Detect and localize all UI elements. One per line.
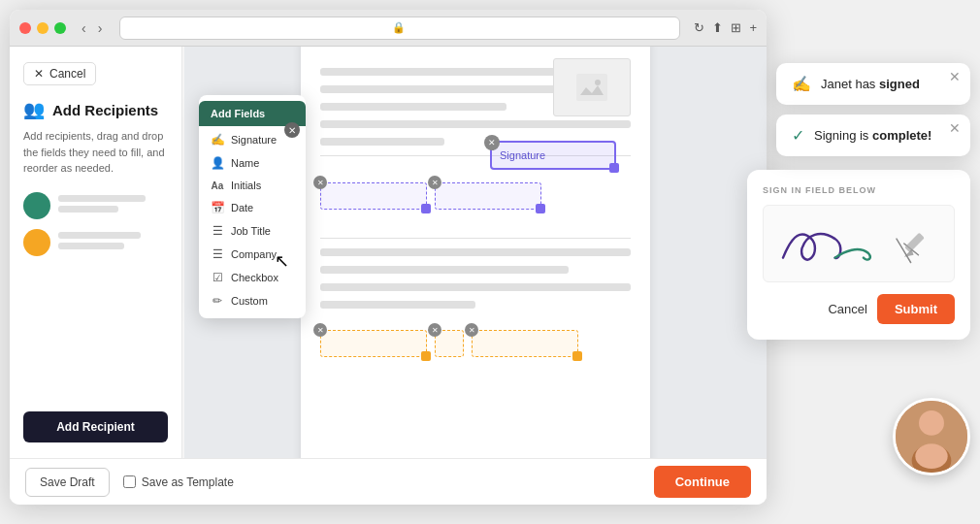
recipient-lines-1 xyxy=(58,195,168,216)
doc-orange-field-1[interactable]: ✕ xyxy=(320,330,427,357)
initials-icon: Aa xyxy=(211,180,224,191)
field-company[interactable]: ☰ Company xyxy=(199,243,306,266)
sig-resize-handle[interactable] xyxy=(609,163,619,173)
name-label: Name xyxy=(231,157,259,169)
doc-image-placeholder xyxy=(553,58,631,116)
field-custom[interactable]: ✏ Custom xyxy=(199,289,306,312)
bottom-bar: Save Draft Save as Template Continue xyxy=(10,458,767,505)
sign-canvas[interactable] xyxy=(763,205,955,282)
nav-buttons: ‹ › xyxy=(78,18,106,38)
notif-1-bold: signed xyxy=(879,77,920,91)
traffic-light-red[interactable] xyxy=(19,22,31,34)
svg-point-7 xyxy=(915,443,947,469)
orange-field-close-2[interactable]: ✕ xyxy=(428,323,441,337)
doc-line xyxy=(320,248,631,256)
jobtitle-label: Job Title xyxy=(231,225,271,237)
doc-line xyxy=(320,301,475,309)
user-avatar xyxy=(893,398,970,475)
traffic-lights xyxy=(19,22,66,34)
notif-1-close[interactable]: ✕ xyxy=(949,69,961,84)
panel-title: Add Recipients xyxy=(52,102,158,118)
signature-label: Signature xyxy=(231,134,277,146)
notif-2-plain: Signing is xyxy=(814,128,872,143)
save-template-label: Save as Template xyxy=(142,475,234,489)
doc-orange-field-3[interactable]: ✕ xyxy=(472,330,578,357)
recipient-lines-2 xyxy=(58,232,168,253)
save-template-row: Save as Template xyxy=(123,475,234,489)
doc-field-2[interactable]: ✕ xyxy=(435,182,541,210)
save-draft-button[interactable]: Save Draft xyxy=(25,468,110,497)
doc-orange-field-2[interactable]: ✕ xyxy=(435,330,464,357)
sig-close-icon[interactable]: ✕ xyxy=(484,135,500,150)
jobtitle-icon: ☰ xyxy=(211,224,224,238)
svg-rect-0 xyxy=(576,74,607,101)
add-fields-popup: Add Fields ✕ ✍ Signature 👤 Name Aa Initi… xyxy=(199,95,306,318)
doc-field-1[interactable]: ✕ xyxy=(320,182,427,210)
field-name[interactable]: 👤 Name xyxy=(199,151,306,175)
recipient-item-1 xyxy=(23,192,168,219)
sign-panel-label: SIGN IN FIELD BELOW xyxy=(763,185,955,195)
panel-title-row: 👥 Add Recipients xyxy=(23,99,168,120)
date-icon: 📅 xyxy=(211,201,224,214)
doc-line xyxy=(320,85,569,93)
notif-1-text: Janet has signed xyxy=(821,77,920,91)
add-tab-icon[interactable]: + xyxy=(749,20,757,35)
orange-field-handle-3[interactable] xyxy=(572,351,582,361)
field-date[interactable]: 📅 Date xyxy=(199,196,306,219)
forward-button[interactable]: › xyxy=(94,18,107,38)
notif-1-icon: ✍ xyxy=(792,75,811,93)
doc-line xyxy=(320,266,569,274)
cancel-button[interactable]: ✕ Cancel xyxy=(23,62,96,85)
date-label: Date xyxy=(231,202,253,213)
save-template-checkbox[interactable] xyxy=(123,475,136,488)
browser-window: ‹ › 🔒 ↻ ⬆ ⊞ + ✕ Cancel 👥 Add Recipients … xyxy=(10,10,767,505)
cancel-label: Cancel xyxy=(49,67,85,81)
signature-icon: ✍ xyxy=(211,133,224,147)
notif-2-close[interactable]: ✕ xyxy=(949,120,961,136)
add-recipient-button[interactable]: Add Recipient xyxy=(23,411,168,442)
reload-icon[interactable]: ↻ xyxy=(694,20,704,35)
sign-cancel-button[interactable]: Cancel xyxy=(828,302,866,316)
orange-field-close-1[interactable]: ✕ xyxy=(313,323,327,337)
notification-1: ✍ Janet has signed ✕ xyxy=(776,63,970,105)
browser-toolbar: ‹ › 🔒 ↻ ⬆ ⊞ + xyxy=(10,10,767,47)
recipient-name-line-2 xyxy=(58,232,141,239)
recipient-dot-1 xyxy=(23,192,50,219)
field-initials[interactable]: Aa Initials xyxy=(199,175,306,196)
doc-line xyxy=(320,283,631,291)
traffic-light-green[interactable] xyxy=(54,22,66,34)
recipient-dot-2 xyxy=(23,229,50,256)
svg-point-1 xyxy=(595,80,601,85)
traffic-light-yellow[interactable] xyxy=(37,22,49,34)
doc-signature-field[interactable]: ✕ Signature xyxy=(490,141,616,170)
sign-submit-button[interactable]: Submit xyxy=(877,294,955,324)
field-checkbox[interactable]: ☑ Checkbox xyxy=(199,266,306,289)
field-handle-2[interactable] xyxy=(536,204,545,213)
orange-field-handle-1[interactable] xyxy=(421,351,431,361)
document-page: ✕ Signature ✕ ✕ xyxy=(301,47,650,458)
doc-line xyxy=(320,138,444,146)
cancel-icon: ✕ xyxy=(34,67,44,81)
notif-1-plain: Janet has xyxy=(821,77,879,91)
company-icon: ☰ xyxy=(211,247,224,261)
custom-icon: ✏ xyxy=(211,294,224,308)
tab-icon[interactable]: ⊞ xyxy=(731,20,741,35)
orange-field-close-3[interactable]: ✕ xyxy=(465,323,478,337)
back-button[interactable]: ‹ xyxy=(78,18,90,38)
share-icon[interactable]: ⬆ xyxy=(712,20,723,35)
recipient-name-line xyxy=(58,195,146,202)
sign-panel: SIGN IN FIELD BELOW Cancel Submit xyxy=(747,170,970,340)
add-fields-close[interactable]: ✕ xyxy=(284,122,300,138)
field-handle-1[interactable] xyxy=(421,204,431,213)
field-close-1[interactable]: ✕ xyxy=(313,176,327,189)
checkbox-icon: ☑ xyxy=(211,271,224,284)
svg-point-5 xyxy=(919,410,944,436)
field-job-title[interactable]: ☰ Job Title xyxy=(199,219,306,243)
recipient-item-2 xyxy=(23,229,168,256)
sidebar-panel: ✕ Cancel 👥 Add Recipients Add recipients… xyxy=(10,47,182,458)
address-bar[interactable]: 🔒 xyxy=(119,16,680,40)
continue-button[interactable]: Continue xyxy=(654,466,751,498)
doc-separator-2 xyxy=(320,238,631,239)
recipient-email-line-2 xyxy=(58,243,124,249)
field-close-2[interactable]: ✕ xyxy=(428,176,441,189)
